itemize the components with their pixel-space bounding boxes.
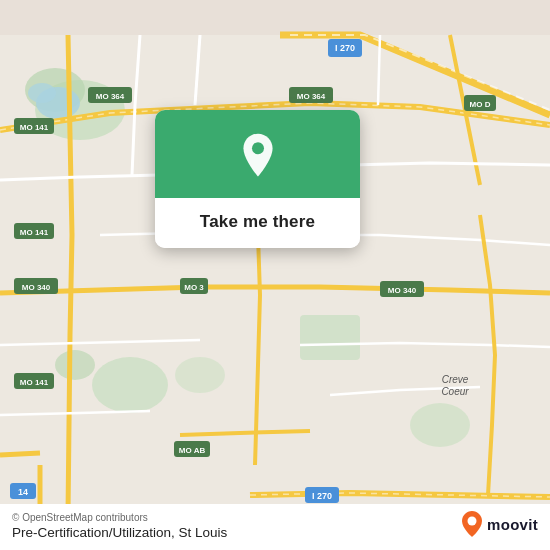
svg-rect-3	[300, 315, 360, 360]
moovit-pin-icon	[461, 510, 483, 538]
bottom-bar: © OpenStreetMap contributors Pre-Certifi…	[0, 504, 550, 550]
location-city: St Louis	[179, 525, 228, 540]
svg-text:MO D: MO D	[470, 100, 491, 109]
svg-text:Coeur: Coeur	[441, 386, 469, 397]
popup-card-header	[155, 110, 360, 198]
svg-text:MO 364: MO 364	[297, 92, 326, 101]
moovit-logo: moovit	[461, 510, 538, 538]
copyright-text: © OpenStreetMap contributors	[12, 512, 538, 523]
svg-point-6	[410, 403, 470, 447]
svg-point-39	[468, 517, 477, 526]
svg-text:MO 141: MO 141	[20, 228, 49, 237]
svg-text:MO 340: MO 340	[388, 286, 417, 295]
moovit-brand-text: moovit	[487, 516, 538, 533]
popup-card: Take me there	[155, 110, 360, 248]
map-container: I 270 MO 364 MO 364 MO D MO 141 MO 141 M…	[0, 0, 550, 550]
svg-text:I 270: I 270	[312, 491, 332, 501]
svg-text:I 270: I 270	[335, 43, 355, 53]
svg-text:MO 141: MO 141	[20, 123, 49, 132]
svg-text:MO AB: MO AB	[179, 446, 206, 455]
location-name: Pre-Certification/Utilization,	[12, 525, 175, 540]
svg-point-9	[28, 83, 56, 103]
popup-card-body: Take me there	[155, 198, 360, 248]
svg-text:14: 14	[18, 487, 28, 497]
svg-point-4	[92, 357, 168, 413]
svg-text:MO 141: MO 141	[20, 378, 49, 387]
take-me-there-button[interactable]: Take me there	[200, 212, 315, 232]
map-background: I 270 MO 364 MO 364 MO D MO 141 MO 141 M…	[0, 0, 550, 550]
svg-point-5	[55, 350, 95, 380]
svg-text:MO 340: MO 340	[22, 283, 51, 292]
svg-text:MO 3: MO 3	[184, 283, 204, 292]
svg-text:Creve: Creve	[442, 374, 469, 385]
svg-point-7	[175, 357, 225, 393]
svg-text:MO 364: MO 364	[96, 92, 125, 101]
location-pin-icon	[234, 132, 282, 180]
svg-point-38	[252, 142, 264, 154]
location-label: Pre-Certification/Utilization, St Louis	[12, 525, 227, 540]
